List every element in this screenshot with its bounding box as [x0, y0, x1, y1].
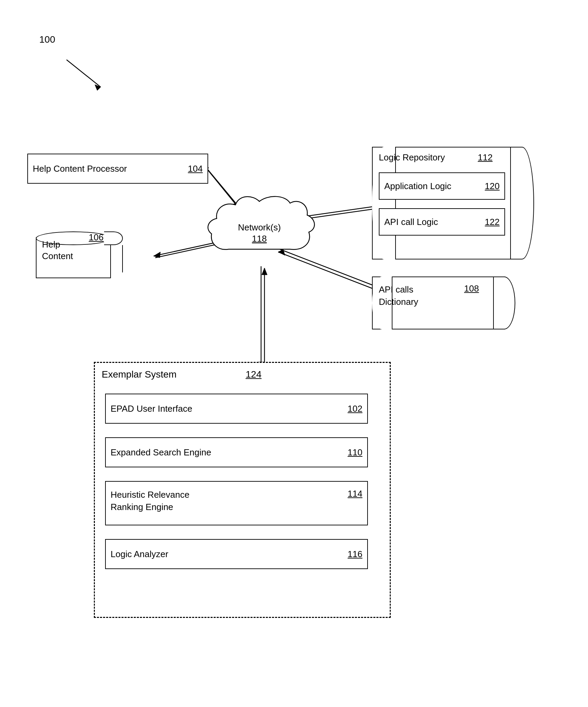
- help-content-label: HelpContent: [42, 239, 73, 262]
- heuristic-relevance-box: Heuristic RelevanceRanking Engine 114: [105, 481, 368, 525]
- application-logic-box: Application Logic 120: [379, 172, 505, 200]
- svg-text:118: 118: [252, 234, 267, 244]
- svg-line-0: [67, 60, 101, 87]
- logic-analyzer-ref: 116: [348, 549, 362, 560]
- diagram: 100 Help Content Processor 104 HelpConte…: [0, 0, 588, 707]
- application-logic-ref: 120: [485, 181, 500, 192]
- svg-text:Network(s): Network(s): [238, 222, 281, 232]
- logic-repository-label: Logic Repository: [379, 152, 445, 163]
- expanded-search-label: Expanded Search Engine: [111, 447, 344, 458]
- api-calls-dictionary-label: API callsDictionary: [379, 283, 418, 308]
- svg-marker-7: [154, 252, 160, 258]
- heuristic-relevance-label: Heuristic RelevanceRanking Engine: [111, 489, 344, 513]
- svg-marker-1: [95, 85, 101, 90]
- epad-ui-box: EPAD User Interface 102: [105, 394, 368, 424]
- application-logic-label: Application Logic: [384, 181, 481, 192]
- help-content-processor-label: Help Content Processor: [33, 164, 184, 174]
- help-content-processor-box: Help Content Processor 104: [27, 154, 208, 184]
- logic-analyzer-label: Logic Analyzer: [111, 549, 344, 560]
- api-calls-dictionary-cylinder: API callsDictionary 108: [372, 277, 519, 329]
- help-content-ref: 106: [89, 232, 103, 243]
- api-call-logic-ref: 122: [485, 217, 500, 227]
- expanded-search-ref: 110: [348, 447, 362, 458]
- exemplar-system-title: Exemplar System 124: [102, 369, 261, 380]
- expanded-search-box: Expanded Search Engine 110: [105, 437, 368, 467]
- api-calls-dictionary-ref: 108: [464, 283, 479, 294]
- help-content-cylinder: HelpContent 106: [36, 229, 125, 280]
- exemplar-system-ref: 124: [246, 369, 262, 380]
- logic-repository-ref: 112: [478, 152, 492, 163]
- api-call-logic-label: API call Logic: [384, 217, 481, 227]
- main-ref-label: 100: [39, 34, 55, 45]
- logic-analyzer-box: Logic Analyzer 116: [105, 539, 368, 569]
- epad-ui-ref: 102: [348, 404, 362, 414]
- help-content-processor-ref: 104: [188, 164, 203, 174]
- network-cloud: Network(s) 118: [195, 191, 324, 270]
- exemplar-system-box: Exemplar System 124 EPAD User Interface …: [94, 362, 391, 618]
- api-call-logic-box: API call Logic 122: [379, 208, 505, 236]
- logic-repository-cylinder: Logic Repository 112 Application Logic 1…: [372, 147, 536, 259]
- heuristic-relevance-ref: 114: [348, 489, 362, 499]
- epad-ui-label: EPAD User Interface: [111, 404, 344, 414]
